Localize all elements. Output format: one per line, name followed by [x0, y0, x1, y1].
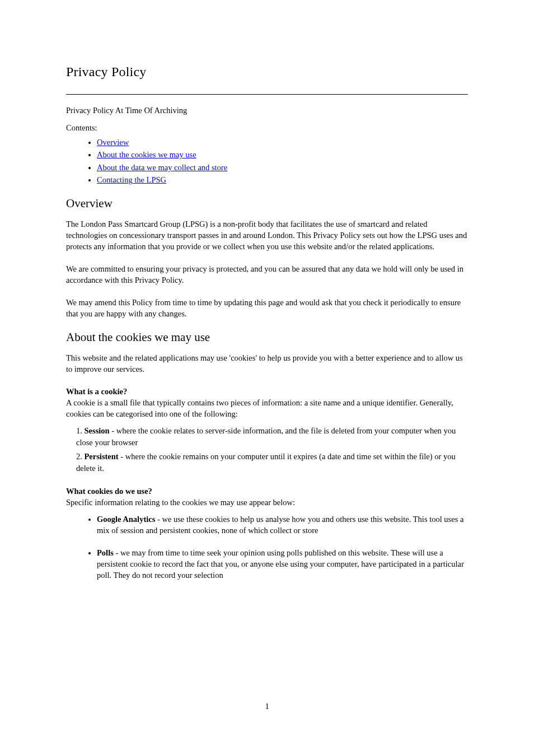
- cookie-item-polls: Polls - we may from time to time seek yo…: [97, 547, 468, 581]
- cookie-type-persistent: 2. Persistent - where the cookie remains…: [76, 451, 468, 474]
- cookie-type-session: 1. Session - where the cookie relates to…: [76, 425, 468, 449]
- table-of-contents: Overview About the cookies we may use Ab…: [97, 136, 468, 186]
- our-cookies-intro: Specific information relating to the coo…: [66, 498, 295, 507]
- contents-label: Contents:: [66, 123, 468, 133]
- toc-item: Contacting the LPSG: [97, 174, 468, 186]
- toc-item: About the data we may collect and store: [97, 161, 468, 174]
- toc-link-overview[interactable]: Overview: [97, 138, 129, 147]
- page-title: Privacy Policy: [66, 64, 468, 80]
- overview-paragraph: The London Pass Smartcard Group (LPSG) i…: [66, 218, 468, 252]
- title-divider: [66, 94, 468, 95]
- toc-link-contact[interactable]: Contacting the LPSG: [97, 175, 166, 184]
- toc-link-cookies[interactable]: About the cookies we may use: [97, 150, 196, 159]
- toc-item: Overview: [97, 136, 468, 148]
- toc-link-data[interactable]: About the data we may collect and store: [97, 163, 227, 172]
- page-number: 1: [0, 702, 534, 711]
- section-heading-cookies: About the cookies we may use: [66, 330, 468, 344]
- cookie-item-analytics: Google Analytics - we use these cookies …: [97, 514, 468, 536]
- cookies-intro: This website and the related application…: [66, 352, 468, 375]
- our-cookies-list: Google Analytics - we use these cookies …: [97, 514, 468, 581]
- subtitle: Privacy Policy At Time Of Archiving: [66, 106, 468, 115]
- section-heading-overview: Overview: [66, 197, 468, 211]
- toc-item: About the cookies we may use: [97, 148, 468, 161]
- what-is-cookie-label: What is a cookie?: [66, 387, 127, 396]
- our-cookies-label: What cookies do we use?: [66, 487, 152, 496]
- what-is-cookie-text: A cookie is a small file that typically …: [66, 398, 453, 418]
- overview-paragraph: We are committed to ensuring your privac…: [66, 263, 468, 286]
- overview-paragraph: We may amend this Policy from time to ti…: [66, 297, 468, 319]
